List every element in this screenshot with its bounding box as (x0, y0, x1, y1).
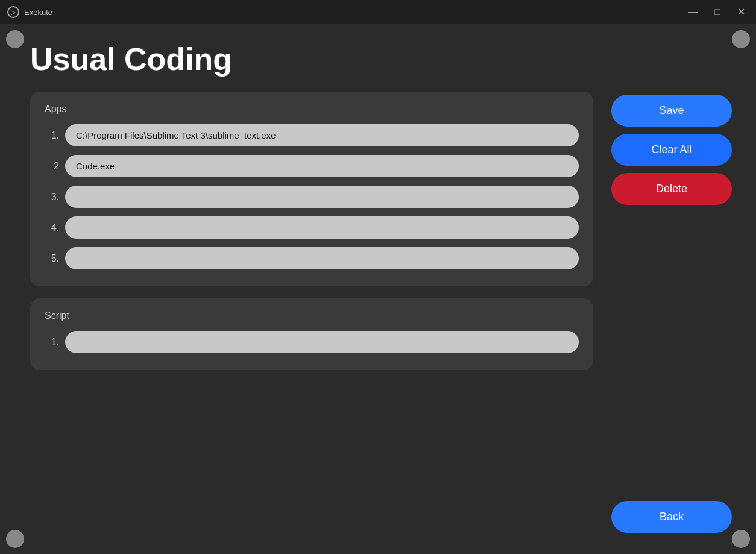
app-input-3[interactable] (65, 186, 579, 208)
maximize-button[interactable]: □ (711, 6, 724, 18)
minimize-button[interactable]: — (684, 6, 701, 18)
app-entry-5-number: 5. (45, 253, 59, 264)
app-name: Exekute (24, 8, 52, 17)
apps-section-label: Apps (45, 104, 579, 115)
app-input-2[interactable] (65, 155, 579, 177)
app-entry-1-number: 1. (45, 130, 59, 141)
app-entry-2: 2 (45, 155, 579, 177)
left-panel: Apps 1. 2 3. 4. (30, 92, 593, 536)
app-entry-1: 1. (45, 124, 579, 146)
back-button[interactable]: Back (611, 501, 732, 533)
close-button[interactable]: ✕ (734, 6, 749, 18)
clear-all-button[interactable]: Clear All (611, 134, 732, 166)
app-input-5[interactable] (65, 247, 579, 269)
apps-entries: 1. 2 3. 4. (45, 124, 579, 269)
script-entries: 1. (45, 331, 579, 353)
app-input-4[interactable] (65, 216, 579, 239)
title-bar: ▷ Exekute — □ ✕ (0, 0, 756, 24)
delete-button[interactable]: Delete (611, 173, 732, 205)
script-input-1[interactable] (65, 331, 579, 353)
script-section: Script 1. (30, 298, 593, 370)
title-bar-left: ▷ Exekute (7, 6, 52, 18)
script-section-label: Script (45, 310, 579, 321)
app-input-1[interactable] (65, 124, 579, 146)
app-entry-3-number: 3. (45, 192, 59, 203)
content-row: Apps 1. 2 3. 4. (30, 92, 732, 536)
app-entry-2-number: 2 (45, 161, 59, 172)
script-entry-1: 1. (45, 331, 579, 353)
app-entry-5: 5. (45, 247, 579, 269)
app-entry-4-number: 4. (45, 222, 59, 233)
page-title: Usual Coding (30, 42, 732, 77)
app-icon: ▷ (7, 6, 19, 18)
app-entry-4: 4. (45, 216, 579, 239)
apps-section: Apps 1. 2 3. 4. (30, 92, 593, 286)
app-entry-3: 3. (45, 186, 579, 208)
script-entry-1-number: 1. (45, 337, 59, 348)
right-panel: Save Clear All Delete (611, 92, 732, 536)
main-content: Usual Coding Apps 1. 2 3. (0, 24, 756, 554)
title-bar-controls: — □ ✕ (684, 6, 749, 18)
save-button[interactable]: Save (611, 95, 732, 127)
